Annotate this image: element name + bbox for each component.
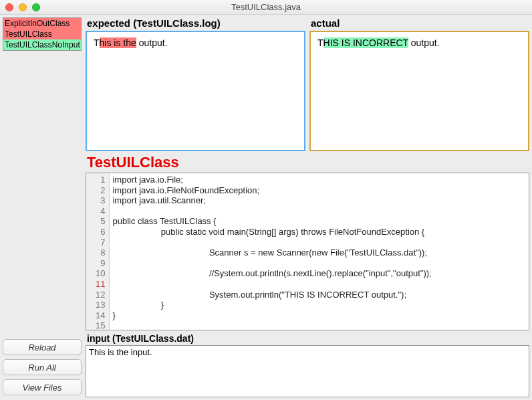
input-title: input (TestUILClass.dat) [86, 330, 529, 345]
code-lines[interactable]: import java.io.File; import java.io.File… [110, 173, 434, 330]
close-icon[interactable] [5, 3, 13, 11]
input-content: This is the input. [86, 345, 529, 397]
class-list: ExplicitInOutClass TestUILClass TestUILC… [3, 17, 82, 51]
list-item[interactable]: ExplicitInOutClass [3, 18, 81, 29]
list-item[interactable]: TestUILClassNoInput [3, 39, 81, 50]
actual-text-prefix: T [317, 37, 323, 48]
window-titlebar: TestUILClass.java [0, 0, 532, 15]
window-title: TestUILClass.java [0, 2, 532, 12]
class-title: TestUILClass [86, 151, 529, 173]
list-item[interactable]: TestUILClass [3, 29, 81, 39]
actual-panel: actual THIS IS INCORRECT output. [309, 16, 529, 151]
traffic-lights [5, 3, 40, 11]
actual-output: THIS IS INCORRECT output. [309, 31, 529, 151]
actual-title: actual [309, 16, 529, 31]
actual-text-suffix: output. [408, 37, 440, 48]
expected-title: expected (TestUILClass.log) [86, 16, 305, 31]
input-text: This is the input. [89, 347, 152, 357]
sidebar: ExplicitInOutClass TestUILClass TestUILC… [0, 15, 84, 400]
maximize-icon[interactable] [32, 3, 40, 11]
actual-diff-highlight: HIS IS INCORRECT [323, 37, 408, 48]
code-editor[interactable]: 123456789101112131415 import java.io.Fil… [86, 173, 529, 330]
expected-diff-highlight: his is the [100, 37, 136, 48]
expected-text-prefix: T [94, 37, 100, 48]
view-files-button[interactable]: View Files [3, 379, 82, 395]
expected-text-suffix: output. [136, 37, 168, 48]
expected-output: This is the output. [86, 31, 305, 151]
line-gutter: 123456789101112131415 [86, 173, 110, 330]
expected-panel: expected (TestUILClass.log) This is the … [86, 16, 305, 151]
reload-button[interactable]: Reload [3, 339, 82, 355]
minimize-icon[interactable] [19, 3, 27, 11]
run-all-button[interactable]: Run All [3, 359, 82, 375]
